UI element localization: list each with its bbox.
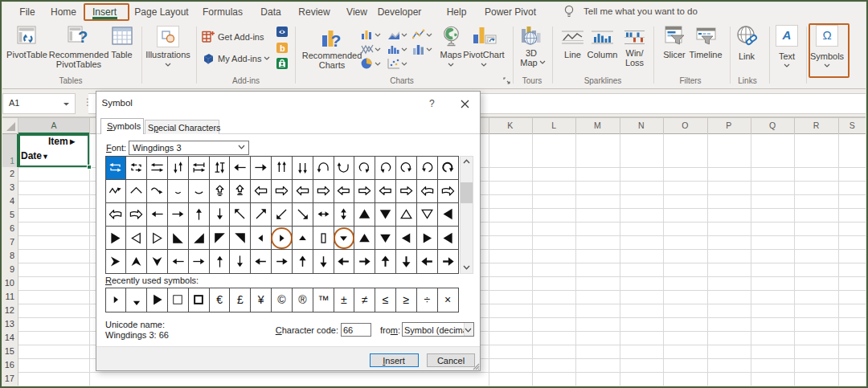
svg-text:?: ? (331, 31, 342, 50)
svg-text:b: b (280, 43, 285, 53)
svg-text:?: ? (78, 28, 88, 46)
